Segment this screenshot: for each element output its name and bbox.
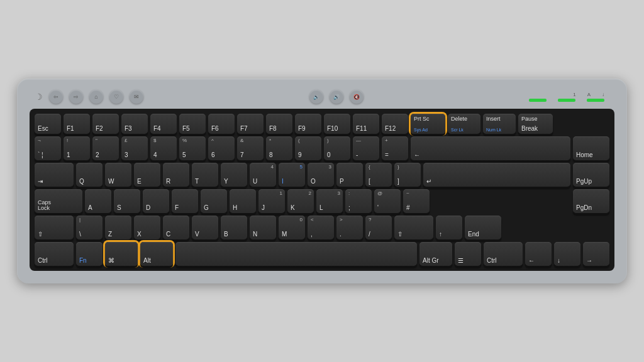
- key-f11[interactable]: F11: [353, 114, 379, 134]
- key-m[interactable]: 0 M: [279, 216, 305, 239]
- key-i[interactable]: 5 I: [279, 163, 305, 187]
- key-v[interactable]: V: [192, 216, 218, 239]
- key-y[interactable]: Y: [221, 163, 247, 187]
- key-f2[interactable]: F2: [92, 114, 119, 134]
- media-btn-mute[interactable]: 🔇: [350, 90, 364, 104]
- key-right-ctrl[interactable]: Ctrl: [484, 242, 523, 266]
- key-f[interactable]: F: [172, 189, 198, 213]
- key-z[interactable]: Z: [105, 216, 131, 239]
- key-c[interactable]: C: [163, 216, 189, 239]
- key-t[interactable]: T: [192, 163, 218, 187]
- key-arrow-left[interactable]: ←: [525, 242, 552, 266]
- key-context-menu[interactable]: ☰: [455, 242, 481, 266]
- key-f10[interactable]: F10: [324, 114, 350, 134]
- media-btn-back[interactable]: ⇦: [49, 90, 63, 104]
- key-pgup[interactable]: PgUp: [573, 163, 609, 187]
- key-6[interactable]: ^ 6: [208, 136, 235, 160]
- key-j[interactable]: 1 J: [258, 189, 285, 213]
- key-pgdn[interactable]: PgDn: [573, 189, 609, 213]
- moon-icon: ☽: [35, 92, 43, 102]
- key-pause[interactable]: Pause Break: [518, 114, 553, 134]
- key-f3[interactable]: F3: [121, 114, 148, 134]
- key-period[interactable]: > .: [336, 216, 363, 239]
- key-f6[interactable]: F6: [208, 114, 235, 134]
- key-r[interactable]: R: [163, 163, 189, 187]
- key-f1[interactable]: F1: [64, 114, 90, 134]
- key-equals[interactable]: + =: [382, 136, 408, 160]
- media-btn-forward[interactable]: ⇨: [69, 90, 83, 104]
- key-arrow-right[interactable]: →: [583, 242, 609, 266]
- key-prtsc[interactable]: Prt Sc Sys Ad: [411, 114, 445, 134]
- key-comma[interactable]: < ,: [308, 216, 334, 239]
- key-semicolon[interactable]: : ;: [345, 189, 372, 213]
- key-f8[interactable]: F8: [266, 114, 292, 134]
- key-fn[interactable]: Fn: [76, 242, 103, 266]
- key-space[interactable]: [175, 242, 417, 266]
- key-esc[interactable]: Esc: [35, 114, 61, 134]
- key-backspace[interactable]: ←: [411, 136, 570, 160]
- key-f9[interactable]: F9: [295, 114, 321, 134]
- key-f4[interactable]: F4: [150, 114, 177, 134]
- key-3[interactable]: £ 3: [121, 136, 148, 160]
- key-left-alt[interactable]: Alt: [140, 242, 173, 266]
- key-l[interactable]: 3 L: [316, 189, 343, 213]
- key-b[interactable]: B: [221, 216, 247, 239]
- key-p[interactable]: P: [336, 163, 363, 187]
- key-backslash[interactable]: | \: [76, 216, 103, 239]
- key-1[interactable]: ! 1: [64, 136, 90, 160]
- key-n[interactable]: N: [250, 216, 276, 239]
- key-lbracket[interactable]: { [: [365, 163, 392, 187]
- media-btn-mail[interactable]: ✉: [130, 90, 143, 104]
- led-arrow-label: ↓: [602, 92, 604, 97]
- media-btn-vol-up[interactable]: 🔊: [330, 90, 343, 104]
- key-a[interactable]: A: [85, 189, 111, 213]
- media-btn-vol-down[interactable]: 🔉: [309, 90, 323, 104]
- key-slash[interactable]: ? /: [365, 216, 392, 239]
- key-apostrophe[interactable]: @ ': [374, 189, 401, 213]
- key-minus[interactable]: — -: [353, 136, 379, 160]
- key-left-shift[interactable]: ⇧: [35, 216, 74, 239]
- key-s[interactable]: S: [114, 189, 140, 213]
- key-tab[interactable]: ⇥: [35, 163, 74, 187]
- key-w[interactable]: W: [105, 163, 131, 187]
- key-insert[interactable]: Insert Num Lk: [483, 114, 516, 134]
- key-f7[interactable]: F7: [237, 114, 264, 134]
- key-right-shift[interactable]: ⇧: [394, 216, 433, 239]
- media-btn-home[interactable]: ⌂: [89, 90, 103, 104]
- key-caps-lock[interactable]: Caps Lock: [35, 189, 82, 213]
- key-arrow-up[interactable]: ↑: [436, 216, 462, 239]
- key-backtick[interactable]: ¬ ` ¦: [35, 136, 61, 160]
- key-4[interactable]: $ 4: [150, 136, 177, 160]
- key-8[interactable]: * 8: [266, 136, 292, 160]
- key-rbracket[interactable]: } ]: [394, 163, 421, 187]
- key-x[interactable]: X: [134, 216, 160, 239]
- key-home[interactable]: Home: [573, 136, 609, 160]
- key-d[interactable]: D: [143, 189, 169, 213]
- key-2[interactable]: " 2: [92, 136, 119, 160]
- key-h[interactable]: H: [230, 189, 256, 213]
- key-f12[interactable]: F12: [382, 114, 408, 134]
- key-5[interactable]: % 5: [179, 136, 206, 160]
- key-k[interactable]: 2 K: [287, 189, 314, 213]
- key-arrow-down[interactable]: ↓: [554, 242, 580, 266]
- led-a-label: A: [587, 92, 591, 97]
- key-left-ctrl[interactable]: Ctrl: [35, 242, 74, 266]
- key-g[interactable]: G: [201, 189, 227, 213]
- media-btn-heart[interactable]: ♡: [109, 90, 123, 104]
- key-u[interactable]: 4 U: [250, 163, 276, 187]
- keys-area: Esc F1 F2 F3 F4 F5 F6 F7 F8 F9 F10 F11 F…: [30, 109, 614, 271]
- key-alt-gr[interactable]: Alt Gr: [419, 242, 452, 266]
- key-end[interactable]: End: [465, 216, 501, 239]
- key-o[interactable]: 3 O: [308, 163, 334, 187]
- key-hash[interactable]: ~ #: [403, 189, 430, 213]
- key-enter-top[interactable]: ↵: [423, 163, 570, 187]
- key-e[interactable]: E: [134, 163, 160, 187]
- key-q[interactable]: Q: [76, 163, 103, 187]
- led-1-label: 1: [573, 92, 575, 97]
- key-f5[interactable]: F5: [179, 114, 206, 134]
- key-7[interactable]: & 7: [237, 136, 264, 160]
- key-9[interactable]: ( 9: [295, 136, 321, 160]
- key-0[interactable]: ) 0: [324, 136, 350, 160]
- key-delete[interactable]: Delete Scr Lk: [448, 114, 480, 134]
- key-win[interactable]: ⌘: [105, 242, 138, 266]
